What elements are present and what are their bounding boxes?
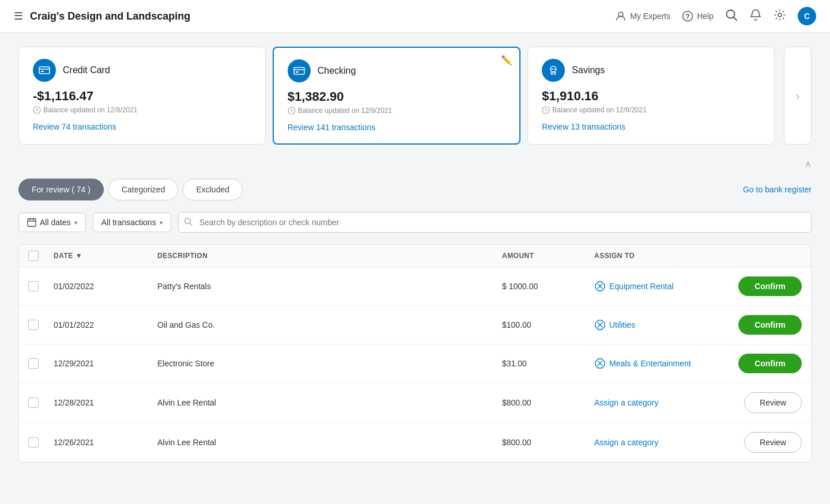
row-0-checkbox-cell[interactable] xyxy=(28,281,54,291)
my-experts-action[interactable]: My Experts xyxy=(615,10,670,22)
row-3-description: Alvin Lee Rental xyxy=(157,398,502,407)
row-2-action-cell: Confirm xyxy=(710,354,802,373)
row-2-checkbox[interactable] xyxy=(28,358,39,369)
row-0-action-cell: Confirm xyxy=(710,276,802,296)
row-1-assign-link[interactable]: Utilities xyxy=(609,320,635,329)
clock-icon-checking xyxy=(288,107,296,115)
checking-card-title: Checking xyxy=(318,66,356,76)
row-0-assign-link[interactable]: Equipment Rental xyxy=(609,282,673,291)
edit-icon[interactable]: ✏️ xyxy=(501,55,512,66)
row-0-assign[interactable]: Equipment Rental xyxy=(594,281,710,292)
row-0-confirm-button[interactable]: Confirm xyxy=(738,276,802,296)
row-2-amount: $31.00 xyxy=(502,359,594,368)
checking-card-header: Checking xyxy=(288,59,506,82)
checking-card-icon xyxy=(288,59,311,82)
header-right: My Experts ? Help xyxy=(615,7,816,25)
row-3-assign-link[interactable]: Assign a category xyxy=(594,398,658,407)
row-4-assign-link[interactable]: Assign a category xyxy=(594,438,658,447)
credit-card-icon xyxy=(33,59,56,82)
table-row: 12/26/2021 Alvin Lee Rental $800.00 Assi… xyxy=(19,423,811,462)
all-dates-label: All dates xyxy=(40,218,71,227)
credit-card-balance: -$1,116.47 xyxy=(33,89,251,104)
row-0-date: 01/02/2022 xyxy=(54,282,157,291)
row-1-checkbox-cell[interactable] xyxy=(28,320,54,330)
app-title: Craig's Design and Landscaping xyxy=(30,10,190,22)
row-4-checkbox-cell[interactable] xyxy=(28,437,54,448)
user-avatar[interactable]: C xyxy=(798,7,816,25)
row-1-amount: $100.00 xyxy=(502,320,594,329)
table-row: 12/29/2021 Electronic Store $31.00 Meals… xyxy=(19,344,811,383)
row-4-action-cell: Review xyxy=(710,432,802,453)
transactions-table: DATE ▼ DESCRIPTION AMOUNT ASSIGN TO 01/0… xyxy=(18,244,812,463)
help-label: Help xyxy=(697,12,714,21)
savings-card-icon xyxy=(542,59,565,82)
row-4-assign[interactable]: Assign a category xyxy=(594,438,710,447)
checking-card-review-link[interactable]: Review 141 transactions xyxy=(288,123,376,132)
all-transactions-caret: ▾ xyxy=(160,219,163,226)
row-2-confirm-button[interactable]: Confirm xyxy=(738,354,802,373)
savings-card-balance: $1,910.16 xyxy=(542,89,760,104)
header-checkbox[interactable] xyxy=(28,251,39,261)
row-1-action-cell: Confirm xyxy=(710,315,802,335)
row-2-assign-link[interactable]: Meals & Entertainment xyxy=(609,359,691,368)
credit-card-review-link[interactable]: Review 74 transactions xyxy=(33,122,116,131)
main-content: Credit Card -$1,116.47 Balance updated o… xyxy=(0,33,830,476)
checking-card[interactable]: ✏️ Checking $1,382.90 Balance updated xyxy=(273,47,521,145)
calendar-icon xyxy=(27,218,36,227)
select-all-checkbox-header[interactable] xyxy=(28,251,54,261)
go-to-bank-register-link[interactable]: Go to bank register xyxy=(743,185,812,194)
row-1-confirm-button[interactable]: Confirm xyxy=(738,315,802,335)
amount-column-header: AMOUNT xyxy=(502,252,594,260)
svg-text:?: ? xyxy=(686,13,690,21)
svg-point-5 xyxy=(778,13,782,17)
row-3-checkbox[interactable] xyxy=(28,397,39,408)
row-1-checkbox[interactable] xyxy=(28,320,39,330)
table-row: 01/02/2022 Patty's Rentals $ 1000.00 Equ… xyxy=(19,267,811,306)
tab-categorized[interactable]: Categorized xyxy=(108,179,179,200)
credit-card-card[interactable]: Credit Card -$1,116.47 Balance updated o… xyxy=(18,47,266,145)
help-action[interactable]: ? Help xyxy=(682,10,714,22)
table-header: DATE ▼ DESCRIPTION AMOUNT ASSIGN TO xyxy=(19,245,811,267)
search-icon[interactable] xyxy=(725,9,738,24)
search-input[interactable] xyxy=(178,212,812,233)
all-transactions-label: All transactions xyxy=(101,218,156,227)
row-2-assign[interactable]: Meals & Entertainment xyxy=(594,358,710,369)
savings-card-updated: Balance updated on 12/9/2021 xyxy=(542,106,760,114)
clock-icon xyxy=(33,106,41,114)
tab-for-review[interactable]: For review ( 74 ) xyxy=(18,179,104,200)
row-3-assign[interactable]: Assign a category xyxy=(594,398,710,407)
row-3-review-button[interactable]: Review xyxy=(744,392,802,413)
row-3-amount: $800.00 xyxy=(502,398,594,407)
svg-rect-10 xyxy=(294,67,304,74)
header-left: ☰ Craig's Design and Landscaping xyxy=(14,10,190,22)
search-box xyxy=(178,212,812,233)
collapse-button[interactable]: ∧ xyxy=(805,158,812,169)
savings-card[interactable]: Savings $1,910.16 Balance updated on 12/… xyxy=(527,47,775,145)
category-icon xyxy=(594,281,606,292)
row-1-assign[interactable]: Utilities xyxy=(594,319,710,331)
tab-excluded[interactable]: Excluded xyxy=(183,179,243,200)
row-0-amount: $ 1000.00 xyxy=(502,282,594,291)
svg-rect-6 xyxy=(39,67,50,74)
row-2-date: 12/29/2021 xyxy=(54,359,157,368)
filters-row: All dates ▾ All transactions ▾ xyxy=(18,212,812,233)
all-dates-filter[interactable]: All dates ▾ xyxy=(18,213,86,232)
checking-card-balance: $1,382.90 xyxy=(288,89,506,104)
date-column-header[interactable]: DATE ▼ xyxy=(54,252,157,260)
settings-icon[interactable] xyxy=(774,9,786,24)
cards-next-button[interactable]: › xyxy=(784,47,812,145)
row-4-checkbox[interactable] xyxy=(28,437,39,448)
all-transactions-filter[interactable]: All transactions ▾ xyxy=(93,213,171,232)
table-row: 12/28/2021 Alvin Lee Rental $800.00 Assi… xyxy=(19,383,811,423)
help-icon: ? xyxy=(682,10,693,22)
row-4-description: Alvin Lee Rental xyxy=(157,438,502,447)
category-icon xyxy=(594,358,606,369)
row-0-checkbox[interactable] xyxy=(28,281,39,291)
notifications-icon[interactable] xyxy=(749,9,762,24)
row-3-checkbox-cell[interactable] xyxy=(28,397,54,408)
row-1-description: Oil and Gas Co. xyxy=(157,320,502,329)
row-4-review-button[interactable]: Review xyxy=(744,432,802,453)
row-2-checkbox-cell[interactable] xyxy=(28,358,54,369)
savings-card-review-link[interactable]: Review 13 transactions xyxy=(542,122,625,131)
hamburger-menu[interactable]: ☰ xyxy=(14,10,23,22)
